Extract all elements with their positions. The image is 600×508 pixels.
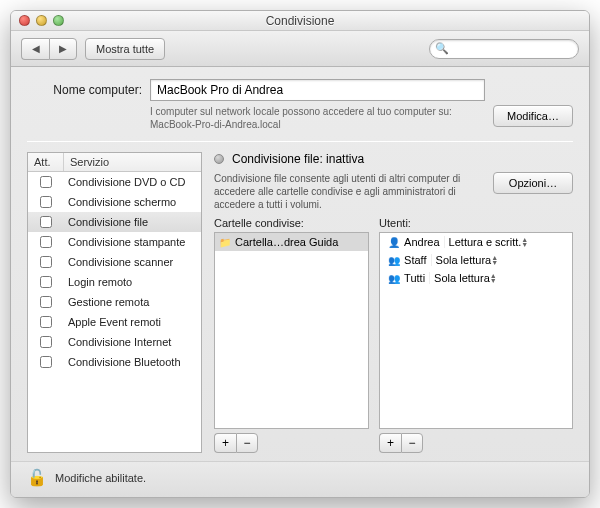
users-column: Utenti: AndreaLettura e scritt.▲▼StaffSo… [379,217,573,453]
options-button[interactable]: Opzioni… [493,172,573,194]
service-name: Gestione remota [64,296,201,308]
window-title: Condivisione [11,14,589,28]
preferences-window: Condivisione ◀ ▶ Mostra tutte 🔍 Nome com… [10,10,590,498]
computer-name-hint: I computer sul network locale possono ac… [150,101,485,131]
service-detail: Condivisione file: inattiva Condivisione… [214,152,573,453]
service-name: Login remoto [64,276,201,288]
chevron-right-icon: ▶ [59,43,67,54]
services-body: Condivisione DVD o CDCondivisione scherm… [28,172,201,452]
users-label: Utenti: [379,217,573,229]
add-user-button[interactable]: + [379,433,401,453]
service-status-text: Condivisione file: inattiva [232,152,364,166]
permission-stepper[interactable]: ▲▼ [491,255,498,265]
lock-icon[interactable]: 🔓 [27,468,47,487]
lock-text: Modifiche abilitate. [55,472,146,484]
service-checkbox[interactable] [40,236,52,248]
service-checkbox[interactable] [40,216,52,228]
service-row[interactable]: Condivisione DVD o CD [28,172,201,192]
service-name: Condivisione DVD o CD [64,176,201,188]
user-icon [388,236,400,248]
permission-value: Lettura e scritt. [449,236,522,248]
shared-folders-label: Cartelle condivise: [214,217,369,229]
sharing-lists: Cartelle condivise: Cartella…drea Guida … [214,217,573,453]
user-icon [388,254,400,266]
service-name: Condivisione Internet [64,336,201,348]
service-name: Condivisione scanner [64,256,201,268]
service-row[interactable]: Condivisione Bluetooth [28,352,201,372]
service-checkbox[interactable] [40,276,52,288]
titlebar: Condivisione [11,11,589,31]
service-checkbox[interactable] [40,296,52,308]
remove-user-button[interactable]: − [401,433,423,453]
user-row[interactable]: TuttiSola lettura▲▼ [380,269,572,287]
search-icon: 🔍 [435,42,449,55]
service-checkbox[interactable] [40,176,52,188]
permission-stepper[interactable]: ▲▼ [490,273,497,283]
user-row[interactable]: StaffSola lettura▲▼ [380,251,572,269]
service-status-row: Condivisione file: inattiva [214,152,573,166]
forward-button[interactable]: ▶ [49,38,77,60]
service-checkbox[interactable] [40,336,52,348]
service-row[interactable]: Gestione remota [28,292,201,312]
toolbar: ◀ ▶ Mostra tutte 🔍 [11,31,589,67]
service-checkbox[interactable] [40,316,52,328]
remove-folder-button[interactable]: − [236,433,258,453]
computer-name-input[interactable] [150,79,485,101]
user-name: Staff [404,254,426,266]
shared-folders-list[interactable]: Cartella…drea Guida [214,232,369,429]
services-table: Att. Servizio Condivisione DVD o CDCondi… [27,152,202,453]
computer-name-block: Nome computer: I computer sul network lo… [27,79,573,131]
permission-value: Sola lettura [436,254,492,266]
folder-name: Cartella…drea Guida [235,236,338,248]
services-header-on[interactable]: Att. [28,153,64,171]
folder-row[interactable]: Cartella…drea Guida [215,233,368,251]
search-field: 🔍 [429,39,579,59]
services-header: Att. Servizio [28,153,201,172]
shared-folders-column: Cartelle condivise: Cartella…drea Guida … [214,217,369,453]
user-name: Andrea [404,236,439,248]
folder-icon [219,236,231,248]
service-checkbox[interactable] [40,356,52,368]
service-row[interactable]: Condivisione stampante [28,232,201,252]
permission-value: Sola lettura [434,272,490,284]
content-area: Nome computer: I computer sul network lo… [11,67,589,461]
back-button[interactable]: ◀ [21,38,49,60]
main-panel: Att. Servizio Condivisione DVD o CDCondi… [27,152,573,453]
show-all-button[interactable]: Mostra tutte [85,38,165,60]
service-row[interactable]: Condivisione file [28,212,201,232]
nav-back-forward: ◀ ▶ [21,38,77,60]
service-row[interactable]: Condivisione schermo [28,192,201,212]
service-row[interactable]: Condivisione scanner [28,252,201,272]
computer-name-label: Nome computer: [27,79,142,97]
edit-hostname-button[interactable]: Modifica… [493,105,573,127]
permission-stepper[interactable]: ▲▼ [521,237,528,247]
users-list[interactable]: AndreaLettura e scritt.▲▼StaffSola lettu… [379,232,573,429]
user-name: Tutti [404,272,425,284]
service-description: Condivisione file consente agli utenti d… [214,172,483,211]
service-checkbox[interactable] [40,256,52,268]
search-input[interactable] [429,39,579,59]
status-indicator-icon [214,154,224,164]
service-row[interactable]: Apple Event remoti [28,312,201,332]
service-name: Condivisione schermo [64,196,201,208]
chevron-left-icon: ◀ [32,43,40,54]
service-name: Condivisione file [64,216,201,228]
footer: 🔓 Modifiche abilitate. [11,461,589,497]
user-row[interactable]: AndreaLettura e scritt.▲▼ [380,233,572,251]
service-row[interactable]: Condivisione Internet [28,332,201,352]
service-name: Condivisione stampante [64,236,201,248]
user-icon [388,272,400,284]
service-row[interactable]: Login remoto [28,272,201,292]
add-folder-button[interactable]: + [214,433,236,453]
service-name: Condivisione Bluetooth [64,356,201,368]
divider [27,141,573,142]
service-checkbox[interactable] [40,196,52,208]
service-name: Apple Event remoti [64,316,201,328]
services-header-name[interactable]: Servizio [64,153,201,171]
